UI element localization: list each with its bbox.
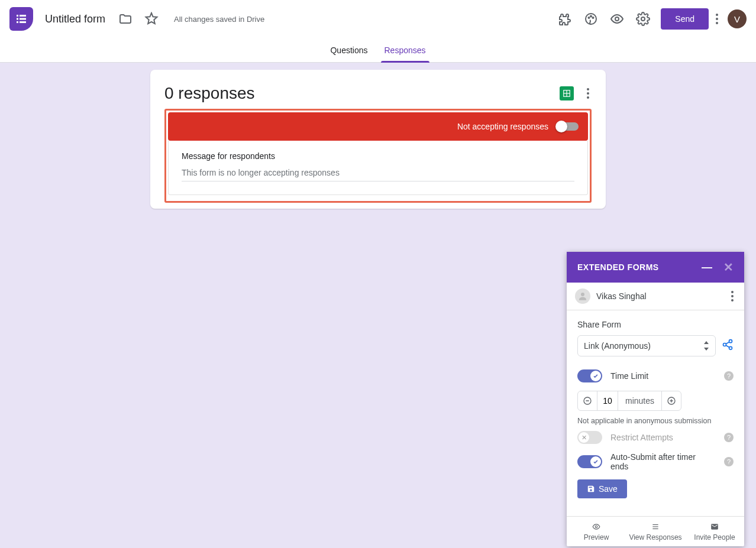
tab-responses[interactable]: Responses [376,38,434,63]
svg-point-26 [595,526,597,528]
footer-preview[interactable]: Preview [567,517,626,546]
responses-card: 0 responses Not accepting responses Mess… [150,70,606,209]
respondent-msg-input[interactable]: This form is no longer accepting respons… [182,168,574,181]
decrement-button[interactable] [578,391,597,410]
app-header: Untitled form All changes saved in Drive… [0,0,756,38]
svg-rect-5 [20,21,26,23]
settings-icon[interactable] [631,7,655,31]
svg-point-10 [615,17,619,21]
ext-panel-header: EXTENDED FORMS — ✕ [567,252,744,283]
help-icon[interactable]: ? [724,457,734,466]
footer-view-label: View Responses [629,533,681,541]
move-folder-icon[interactable] [114,7,137,31]
svg-rect-4 [17,21,18,23]
accepting-banner: Not accepting responses [168,112,588,141]
ext-title: EXTENDED FORMS [577,262,659,272]
ext-save-button[interactable]: Save [577,479,627,498]
save-label: Save [599,484,618,494]
restrict-label: Restrict Attempts [610,433,673,442]
increment-button[interactable] [662,391,681,410]
highlight-annotation: Not accepting responses Message for resp… [164,109,592,203]
auto-submit-label: Auto-Submit after timer ends [610,452,699,471]
user-avatar[interactable]: V [728,9,747,28]
auto-submit-toggle[interactable] [577,455,602,468]
tabs: Questions Responses [0,38,756,63]
respondent-msg-label: Message for respondents [182,151,574,161]
accepting-label: Not accepting responses [457,122,548,131]
forms-logo-icon[interactable] [9,7,33,31]
anonymous-note: Not applicable in anonymous submission [577,417,734,425]
footer-view-responses[interactable]: View Responses [626,517,685,546]
svg-point-18 [729,346,732,349]
accepting-toggle[interactable] [557,122,579,131]
addons-icon[interactable] [553,7,577,31]
svg-line-19 [726,342,729,343]
palette-icon[interactable] [579,7,603,31]
responses-count: 0 responses [164,84,560,103]
ext-body: Share Form Link (Anonymous) Time Limit ?… [567,310,744,516]
svg-point-11 [641,17,645,21]
svg-point-9 [593,17,594,18]
footer-invite[interactable]: Invite People [685,517,744,546]
share-label: Share Form [577,320,734,329]
star-icon[interactable] [140,7,163,31]
ext-user-more-icon[interactable] [729,288,736,304]
footer-preview-label: Preview [584,533,609,541]
share-icon[interactable] [722,339,734,353]
time-limit-label: Time Limit [610,371,648,381]
svg-rect-3 [20,18,26,20]
user-silhouette-icon [575,288,590,304]
ext-footer: Preview View Responses Invite People [567,516,744,546]
respondent-message-area: Message for respondents This form is no … [168,141,588,195]
time-unit: minutes [618,391,662,410]
svg-line-20 [726,345,729,347]
ext-user-name: Vikas Singhal [596,291,647,301]
help-icon[interactable]: ? [724,371,734,381]
close-icon[interactable]: ✕ [723,260,734,274]
svg-point-7 [589,17,590,18]
svg-point-15 [581,293,584,296]
extended-forms-panel: EXTENDED FORMS — ✕ Vikas Singhal Share F… [567,252,744,546]
send-button[interactable]: Send [661,8,709,30]
responses-more-icon[interactable] [584,86,592,101]
time-value[interactable]: 10 [597,391,618,410]
ext-user-row: Vikas Singhal [567,283,744,310]
footer-invite-label: Invite People [694,533,735,541]
tab-questions[interactable]: Questions [322,38,376,63]
svg-point-16 [729,340,732,343]
svg-point-8 [590,16,592,17]
more-icon[interactable] [713,11,721,27]
form-title[interactable]: Untitled form [45,13,105,25]
svg-rect-0 [17,15,18,17]
help-icon[interactable]: ? [724,433,734,442]
minimize-icon[interactable]: — [702,261,713,274]
time-stepper: 10 minutes [577,391,681,411]
svg-rect-1 [20,15,26,17]
share-type-value: Link (Anonymous) [584,341,651,351]
save-status: All changes saved in Drive [174,15,264,24]
content-area: 0 responses Not accepting responses Mess… [0,63,756,209]
time-limit-toggle[interactable] [577,369,602,382]
sheets-icon[interactable] [560,86,574,100]
svg-rect-2 [17,18,18,20]
restrict-toggle[interactable]: ✕ [577,431,602,444]
share-type-select[interactable]: Link (Anonymous) [577,335,716,356]
preview-icon[interactable] [605,7,629,31]
svg-point-17 [723,343,726,346]
